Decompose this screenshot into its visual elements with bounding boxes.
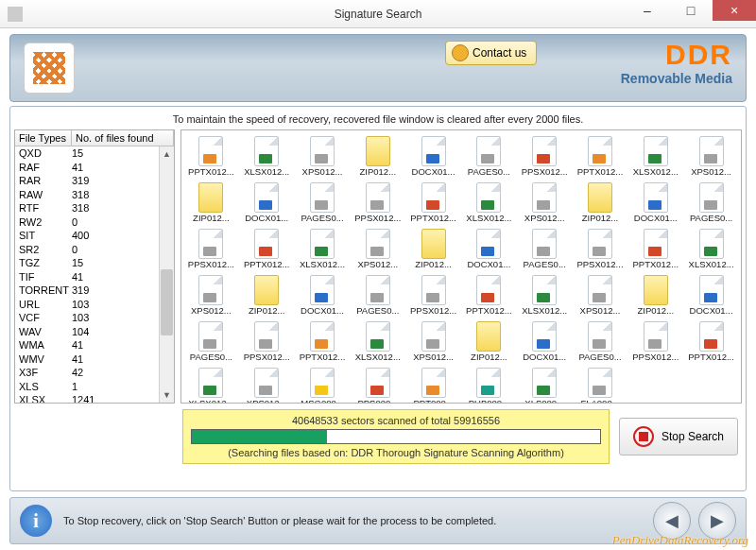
scrollbar[interactable]: ▲ ▼ [159, 146, 174, 403]
file-item[interactable]: XPS012... [573, 273, 628, 319]
file-item[interactable]: PPSX012... [183, 227, 239, 273]
file-item[interactable]: DOCX01... [239, 180, 295, 227]
file-icon [198, 368, 223, 398]
scroll-up-icon[interactable]: ▲ [160, 146, 174, 162]
file-item[interactable]: ZIP012... [183, 180, 239, 227]
close-button[interactable]: × [713, 0, 756, 21]
file-item[interactable]: XPS012... [683, 134, 739, 180]
table-row[interactable]: TIF41 [15, 270, 174, 284]
file-item[interactable]: ZIP012... [239, 273, 295, 319]
table-row[interactable]: URL103 [15, 298, 174, 312]
scroll-down-icon[interactable]: ▼ [160, 387, 174, 403]
file-item[interactable]: XLSX012... [627, 134, 683, 180]
table-row[interactable]: VCF103 [15, 311, 174, 325]
file-item[interactable]: DOCX01... [461, 227, 517, 273]
file-item[interactable]: XLSX012... [683, 227, 739, 273]
file-icon [366, 321, 390, 352]
scroll-thumb[interactable] [161, 269, 173, 335]
file-item[interactable]: PAGES0... [683, 180, 739, 227]
file-item[interactable]: XLSX012... [295, 227, 351, 273]
table-row[interactable]: RAW318 [15, 188, 174, 202]
file-icon [476, 136, 501, 166]
table-row[interactable]: QXD15 [15, 146, 174, 161]
file-item[interactable]: PPSX012... [239, 319, 295, 366]
file-item[interactable]: MSG000... [295, 366, 351, 404]
file-item[interactable]: DOCX01... [683, 273, 739, 319]
file-label: PPTX012... [632, 259, 679, 269]
file-item[interactable]: FLA000... [573, 366, 628, 404]
file-item[interactable]: XPS012... [517, 180, 573, 227]
table-row[interactable]: WAV104 [15, 325, 174, 339]
table-row[interactable]: WMA41 [15, 338, 174, 352]
file-item[interactable]: XPS012... [350, 227, 405, 273]
file-item[interactable]: ZIP012... [461, 319, 517, 366]
file-item[interactable]: XPS012... [183, 273, 239, 319]
table-row[interactable]: TGZ15 [15, 256, 174, 270]
file-item[interactable]: ZIP012... [405, 227, 461, 273]
file-item[interactable]: PPTX012... [573, 134, 628, 180]
table-row[interactable]: RTF318 [15, 201, 174, 215]
minimize-button[interactable]: – [626, 0, 669, 21]
table-row[interactable]: WMV41 [15, 352, 174, 367]
file-item[interactable]: PAGES0... [461, 134, 517, 180]
file-item[interactable]: PPTX012... [183, 134, 239, 180]
table-row[interactable]: SIT400 [15, 229, 174, 243]
file-item[interactable]: XLS000... [517, 366, 573, 404]
file-item[interactable]: PPSX012... [627, 319, 683, 366]
maximize-button[interactable]: □ [669, 0, 713, 21]
file-item[interactable]: ZIP012... [573, 180, 628, 227]
table-row[interactable]: RAF41 [15, 161, 174, 175]
file-item[interactable]: PUB000... [461, 366, 517, 404]
file-item[interactable]: PPSX012... [405, 273, 461, 319]
file-item[interactable]: DOCX01... [517, 319, 573, 366]
file-item[interactable]: XLSX012... [239, 134, 295, 180]
file-item[interactable]: PPTX012... [239, 227, 295, 273]
table-row[interactable]: XLSX1241 [15, 393, 174, 403]
file-item[interactable]: XPS012... [239, 366, 295, 404]
table-row[interactable]: RW20 [15, 215, 174, 230]
file-item[interactable]: PPS000... [350, 366, 405, 404]
file-item[interactable]: ZIP012... [627, 273, 683, 319]
table-row[interactable]: RAR319 [15, 174, 174, 188]
file-item[interactable]: PAGES0... [517, 227, 573, 273]
file-item[interactable]: ZIP012... [350, 134, 405, 180]
table-row[interactable]: XLS1 [15, 380, 174, 394]
file-icon [588, 136, 612, 166]
file-icon [644, 275, 668, 305]
file-item[interactable]: PPSX012... [573, 227, 628, 273]
file-item[interactable]: XLSX012... [183, 366, 239, 404]
stop-search-button[interactable]: Stop Search [619, 418, 738, 455]
progress-algo-text: (Searching files based on: DDR Thorough … [191, 447, 601, 458]
file-item[interactable]: XLSX012... [350, 319, 405, 366]
file-item[interactable]: PAGES0... [573, 319, 628, 366]
file-item[interactable]: XLSX012... [461, 180, 517, 227]
file-icon [421, 229, 446, 259]
file-item[interactable]: PAGES0... [183, 319, 239, 366]
file-icon [644, 321, 668, 352]
file-item[interactable]: DOCX01... [627, 180, 683, 227]
contact-us-button[interactable]: Contact us [445, 41, 537, 65]
file-item[interactable]: PPSX012... [517, 134, 573, 180]
file-item[interactable]: PPTX012... [461, 273, 517, 319]
file-grid-panel: PPTX012...XLSX012...XPS012...ZIP012...DO… [180, 129, 742, 404]
file-item[interactable]: DOCX01... [295, 273, 351, 319]
col-files-found[interactable]: No. of files found [72, 130, 174, 146]
file-item[interactable]: DOCX01... [405, 134, 461, 180]
file-icon [699, 182, 724, 213]
file-item[interactable]: PPTX012... [683, 319, 739, 366]
file-item[interactable]: PPSX012... [350, 180, 405, 227]
file-item[interactable]: PPTX012... [405, 180, 461, 227]
col-file-types[interactable]: File Types [15, 130, 72, 146]
table-row[interactable]: SR20 [15, 243, 174, 257]
file-item[interactable]: PPT000... [405, 366, 461, 404]
file-item[interactable]: PPTX012... [295, 319, 351, 366]
table-row[interactable]: X3F42 [15, 366, 174, 380]
file-item[interactable]: PAGES0... [295, 180, 351, 227]
file-item[interactable]: PPTX012... [627, 227, 683, 273]
table-row[interactable]: TORRENT319 [15, 284, 174, 298]
file-item[interactable]: XPS012... [295, 134, 351, 180]
file-item[interactable]: XLSX012... [517, 273, 573, 319]
file-item[interactable]: PAGES0... [350, 273, 405, 319]
file-item[interactable]: XPS012... [405, 319, 461, 366]
file-label: XLS000... [524, 398, 564, 404]
